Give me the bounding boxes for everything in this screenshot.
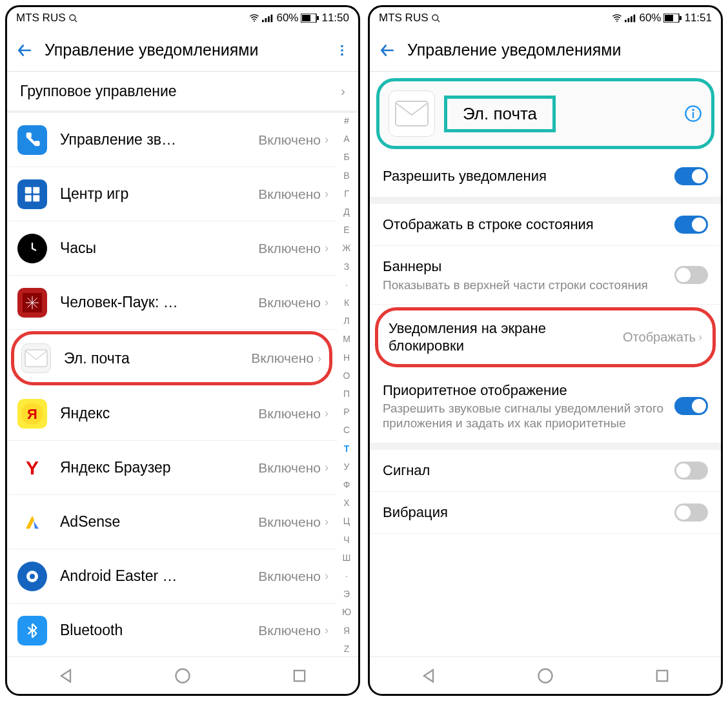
- index-letter[interactable]: Н: [343, 352, 350, 363]
- battery-label: 60%: [276, 12, 298, 25]
- setting-row[interactable]: Отображать в строке состояния: [370, 198, 721, 246]
- setting-text: Приоритетное отображениеРазрешить звуков…: [383, 381, 674, 431]
- nav-recent-icon[interactable]: [290, 667, 308, 685]
- index-letter[interactable]: М: [343, 334, 350, 344]
- app-status-label: Включено: [258, 569, 321, 584]
- index-letter[interactable]: А: [343, 134, 349, 144]
- toggle-switch[interactable]: [674, 397, 708, 415]
- index-letter[interactable]: Т: [344, 443, 350, 454]
- setting-row[interactable]: Приоритетное отображениеРазрешить звуков…: [370, 370, 721, 443]
- index-letter[interactable]: У: [344, 462, 350, 472]
- chevron-right-icon: ›: [341, 84, 345, 99]
- setting-text: Отображать в строке состояния: [383, 216, 674, 234]
- index-letter[interactable]: Д: [343, 207, 349, 217]
- app-name-label: Центр игр: [60, 185, 258, 203]
- setting-row[interactable]: Разрешить уведомления: [370, 156, 721, 198]
- app-row[interactable]: Управление зв…Включено›: [7, 113, 336, 167]
- index-letter[interactable]: Я: [343, 625, 350, 636]
- app-row[interactable]: AdSenseВключено›: [7, 495, 336, 549]
- index-letter[interactable]: Ч: [343, 534, 349, 545]
- setting-text: Разрешить уведомления: [383, 167, 674, 185]
- index-letter[interactable]: ·: [345, 571, 348, 581]
- svg-point-0: [69, 14, 75, 20]
- index-letter[interactable]: Б: [343, 152, 349, 162]
- index-letter[interactable]: Х: [343, 498, 349, 508]
- toggle-switch[interactable]: [674, 462, 708, 480]
- index-letter[interactable]: П: [343, 389, 350, 399]
- svg-point-26: [176, 669, 189, 682]
- svg-text:Y: Y: [26, 457, 39, 478]
- index-letter[interactable]: Р: [343, 407, 349, 417]
- setting-row[interactable]: БаннерыПоказывать в верхней части строки…: [370, 246, 721, 305]
- time-label: 11:51: [684, 12, 712, 25]
- app-row[interactable]: Эл. почтаВключено›: [11, 331, 332, 385]
- index-scroller[interactable]: #АБВГДЕЖЗ·КЛМНОПРСТУФХЦЧШ·ЭЮЯZ: [338, 116, 356, 654]
- index-letter[interactable]: О: [343, 371, 350, 381]
- bt-icon: [17, 616, 47, 645]
- svg-rect-37: [680, 16, 682, 20]
- svg-line-1: [74, 19, 77, 22]
- more-icon[interactable]: [335, 43, 349, 57]
- svg-rect-9: [317, 16, 319, 20]
- setting-row[interactable]: Вибрация: [370, 492, 721, 534]
- index-letter[interactable]: Ш: [343, 553, 351, 563]
- setting-title-label: Разрешить уведомления: [383, 167, 674, 185]
- index-letter[interactable]: С: [343, 425, 350, 435]
- yandex-icon: Я: [17, 399, 47, 429]
- wifi-icon: [612, 14, 622, 23]
- setting-row[interactable]: Сигнал: [370, 443, 721, 492]
- setting-text: БаннерыПоказывать в верхней части строки…: [383, 258, 674, 292]
- toggle-switch[interactable]: [674, 167, 708, 185]
- index-letter[interactable]: ·: [345, 279, 348, 290]
- signal-icon: [625, 14, 636, 23]
- index-letter[interactable]: Ю: [342, 607, 351, 617]
- svg-rect-13: [25, 187, 32, 193]
- setting-sub-label: Разрешить звуковые сигналы уведомлений э…: [383, 401, 674, 431]
- nav-bar: [7, 656, 358, 694]
- chevron-right-icon: ›: [325, 569, 329, 583]
- index-letter[interactable]: Ж: [343, 243, 351, 253]
- app-row[interactable]: ЯЯндексВключено›: [7, 387, 336, 441]
- header: Управление уведомлениями: [370, 29, 721, 72]
- index-letter[interactable]: Э: [343, 589, 350, 599]
- index-letter[interactable]: Е: [343, 225, 349, 235]
- index-letter[interactable]: К: [344, 298, 349, 308]
- back-icon[interactable]: [379, 42, 396, 59]
- app-name-label: Часы: [60, 239, 258, 257]
- phone-right: MTS RUS 60% 11:51 Управление уведомления…: [368, 5, 723, 696]
- svg-text:Я: Я: [27, 406, 37, 422]
- app-row[interactable]: BluetoothВключено›: [7, 604, 336, 656]
- setting-row[interactable]: Уведомления на экране блокировкиОтобража…: [375, 307, 716, 367]
- settings-list: Разрешить уведомленияОтображать в строке…: [370, 156, 721, 656]
- index-letter[interactable]: #: [344, 116, 349, 126]
- setting-title-label: Баннеры: [383, 258, 674, 276]
- app-status-label: Включено: [258, 460, 321, 476]
- info-icon[interactable]: [684, 105, 702, 123]
- toggle-switch[interactable]: [674, 503, 708, 522]
- app-row[interactable]: Человек-Паук: …Включено›: [7, 276, 336, 330]
- app-row[interactable]: ЧасыВключено›: [7, 221, 336, 276]
- nav-back-icon[interactable]: [420, 667, 438, 685]
- index-letter[interactable]: Л: [343, 316, 349, 326]
- toggle-switch[interactable]: [674, 266, 708, 284]
- nav-home-icon[interactable]: [536, 667, 554, 685]
- app-row[interactable]: Android Easter …Включено›: [7, 549, 336, 604]
- back-icon[interactable]: [16, 42, 33, 59]
- index-letter[interactable]: В: [343, 170, 349, 181]
- toggle-switch[interactable]: [674, 216, 708, 234]
- index-letter[interactable]: Z: [344, 644, 350, 654]
- battery-icon: [663, 14, 682, 23]
- index-letter[interactable]: Г: [344, 188, 349, 199]
- index-letter[interactable]: Ф: [343, 480, 350, 490]
- app-row[interactable]: YЯндекс БраузерВключено›: [7, 441, 336, 495]
- app-row[interactable]: Центр игрВключено›: [7, 167, 336, 221]
- nav-home-icon[interactable]: [174, 667, 192, 685]
- app-status-label: Включено: [258, 623, 321, 638]
- nav-back-icon[interactable]: [57, 667, 75, 685]
- nav-recent-icon[interactable]: [653, 667, 671, 685]
- setting-text: Вибрация: [383, 503, 674, 522]
- index-letter[interactable]: З: [344, 261, 349, 272]
- svg-rect-6: [271, 15, 273, 23]
- index-letter[interactable]: Ц: [343, 516, 350, 526]
- group-management-row[interactable]: Групповое управление ›: [7, 72, 358, 113]
